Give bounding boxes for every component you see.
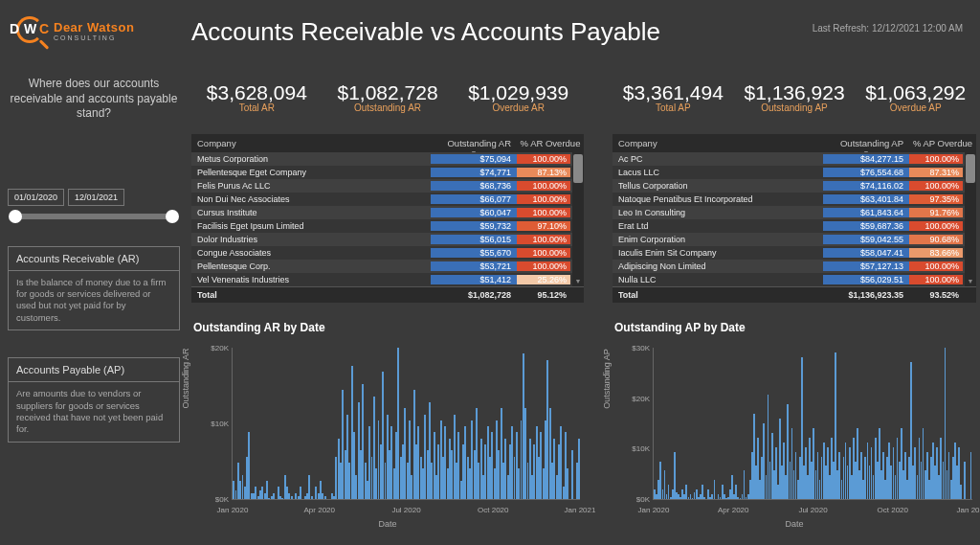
table-ap: Company Outstanding AP % AP Overdue Ac P… <box>612 134 976 303</box>
kpi-row-ap: $3,361,494 Total AP $1,136,923 Outstandi… <box>612 81 976 113</box>
col-pct-ap-overdue[interactable]: % AP Overdue <box>909 138 976 148</box>
table-row[interactable]: Enim Corporation$59,042.5590.68% <box>612 233 976 246</box>
slider-start-label[interactable]: 01/01/2020 <box>8 189 64 206</box>
sidebar-question: Where does our accounts receivable and a… <box>8 77 180 122</box>
kpi-outstanding-ar: $1,082,728 Outstanding AR <box>323 81 454 113</box>
table-row[interactable]: Congue Associates$55,670100.00% <box>191 246 584 260</box>
table-row[interactable]: Vel Venenatis Industries$51,41225.26% <box>191 273 584 286</box>
header: DWC Dear Watson CONSULTING Accounts Rece… <box>0 0 980 57</box>
table-row[interactable]: Nulla LLC$56,029.51100.00% <box>612 273 976 286</box>
ap-info-title: Accounts Payable (AP) <box>9 358 179 382</box>
chart-outstanding-ar: Outstanding AR by Date Outstanding AR $0… <box>191 321 584 527</box>
col-outstanding-ap[interactable]: Outstanding AP <box>823 138 909 148</box>
table-ap-header[interactable]: Company Outstanding AP % AP Overdue <box>612 134 976 152</box>
table-row[interactable]: Dolor Industries$56,015100.00% <box>191 233 584 246</box>
scroll-down-icon[interactable]: ▼ <box>573 277 583 286</box>
table-ap-body[interactable]: Ac PC$84,277.15100.00%Lacus LLC$76,554.6… <box>612 152 976 286</box>
table-row[interactable]: Lacus LLC$76,554.6887.31% <box>612 166 976 179</box>
chart-ar-plot[interactable]: Outstanding AR $0K$10K$20KJan 2020Apr 20… <box>191 340 584 527</box>
page-title: Accounts Receivable vs Accounts Payable <box>191 17 660 47</box>
table-ap-total-row: Total $1,136,923.35 93.52% <box>612 286 976 303</box>
logo-icon: DWC <box>13 13 48 48</box>
kpi-row-ar: $3,628,094 Total AR $1,082,728 Outstandi… <box>191 81 584 113</box>
table-row[interactable]: Cursus Institute$60,047100.00% <box>191 206 584 219</box>
table-ar-header[interactable]: Company Outstanding AR % AR Overdue <box>191 134 584 152</box>
table-row[interactable]: Felis Purus Ac LLC$68,736100.00% <box>191 179 584 193</box>
table-ar-total-row: Total $1,082,728 95.12% <box>191 286 584 303</box>
ar-info-title: Accounts Receivable (AR) <box>9 247 179 271</box>
table-row[interactable]: Pellentesque Eget Company$74,77187.13% <box>191 166 584 179</box>
table-row[interactable]: Erat Ltd$59,687.36100.00% <box>612 219 976 233</box>
scroll-thumb[interactable] <box>966 154 975 183</box>
table-row[interactable]: Adipiscing Non Limited$57,127.13100.00% <box>612 260 976 273</box>
col-company[interactable]: Company <box>612 138 823 148</box>
table-row[interactable]: Leo In Consulting$61,843.6491.76% <box>612 206 976 219</box>
slider-thumb-right[interactable] <box>166 210 179 223</box>
scroll-down-icon[interactable]: ▼ <box>966 277 975 286</box>
chart-outstanding-ap: Outstanding AP by Date Outstanding AP $0… <box>612 321 976 527</box>
chart-ap-plot[interactable]: Outstanding AP $0K$10K$20K$30KJan 2020Ap… <box>612 340 976 527</box>
kpi-total-ar: $3,628,094 Total AR <box>191 81 323 113</box>
sidebar: Where does our accounts receivable and a… <box>8 77 180 443</box>
table-row[interactable]: Metus Corporation$75,094100.00% <box>191 152 584 166</box>
logo: DWC Dear Watson CONSULTING <box>13 13 134 48</box>
table-ar-body[interactable]: Metus Corporation$75,094100.00%Pellentes… <box>191 152 584 286</box>
col-pct-ar-overdue[interactable]: % AR Overdue <box>517 138 584 148</box>
ar-info-box: Accounts Receivable (AR) Is the balance … <box>8 246 180 330</box>
kpi-total-ap: $3,361,494 Total AP <box>612 81 734 113</box>
date-slider[interactable]: 01/01/2020 12/01/2021 <box>8 189 180 219</box>
col-outstanding-ar[interactable]: Outstanding AR <box>431 138 517 148</box>
scrollbar[interactable]: ▲ ▼ <box>965 152 976 286</box>
table-row[interactable]: Pellentesque Corp.$53,721100.00% <box>191 260 584 273</box>
table-ar: Company Outstanding AR % AR Overdue Metu… <box>191 134 584 303</box>
slider-thumb-left[interactable] <box>9 210 22 223</box>
kpi-overdue-ar: $1,029,939 Overdue AR <box>453 81 584 113</box>
kpi-outstanding-ap: $1,136,923 Outstanding AP <box>734 81 856 113</box>
table-row[interactable]: Facilisis Eget Ipsum Limited$59,73297.10… <box>191 219 584 233</box>
ar-info-body: Is the balance of money due to a firm fo… <box>9 271 179 329</box>
kpi-overdue-ap: $1,063,292 Overdue AP <box>855 81 976 113</box>
table-row[interactable]: Tellus Corporation$74,116.02100.00% <box>612 179 976 193</box>
table-row[interactable]: Natoque Penatibus Et Incorporated$63,401… <box>612 193 976 206</box>
slider-end-label[interactable]: 12/01/2021 <box>68 189 124 206</box>
scrollbar[interactable]: ▲ ▼ <box>572 152 584 286</box>
ap-info-body: Are amounts due to vendors or suppliers … <box>9 382 179 441</box>
logo-sub: CONSULTING <box>54 34 134 41</box>
col-company[interactable]: Company <box>191 138 431 148</box>
ap-info-box: Accounts Payable (AP) Are amounts due to… <box>8 357 180 442</box>
table-row[interactable]: Iaculis Enim Sit Company$58,047.4183.66% <box>612 246 976 260</box>
table-row[interactable]: Non Dui Nec Associates$66,077100.00% <box>191 193 584 206</box>
scroll-thumb[interactable] <box>573 154 583 183</box>
last-refresh: Last Refresh: 12/12/2021 12:00 AM <box>813 23 963 34</box>
logo-brand: Dear Watson <box>54 21 134 34</box>
table-row[interactable]: Ac PC$84,277.15100.00% <box>612 152 976 166</box>
